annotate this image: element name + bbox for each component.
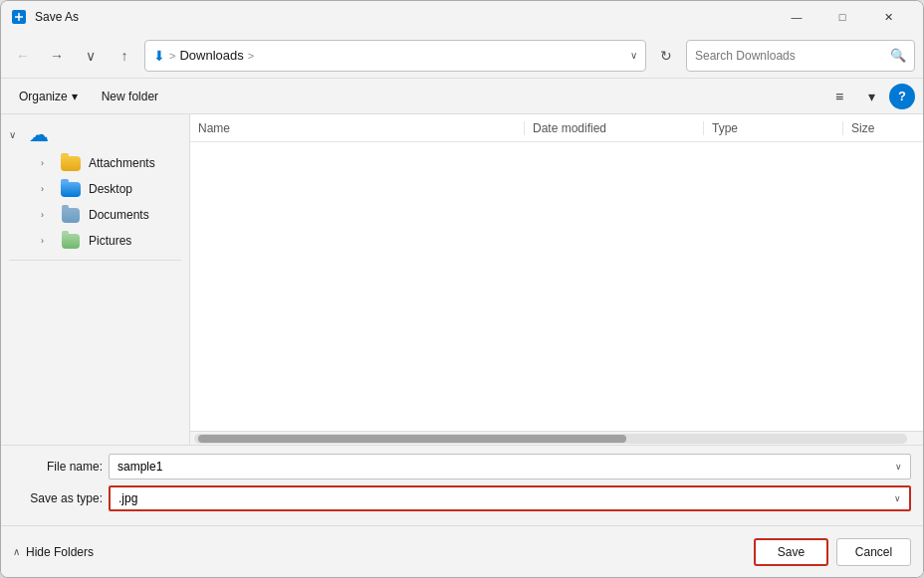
- refresh-button[interactable]: ↻: [652, 42, 680, 70]
- command-bar: Organize ▾ New folder ≡ ▾ ?: [1, 79, 923, 114]
- command-bar-right: ≡ ▾ ?: [825, 84, 915, 109]
- column-name[interactable]: Name: [190, 121, 525, 135]
- search-box[interactable]: 🔍: [686, 40, 915, 72]
- save-button[interactable]: Save: [754, 538, 828, 566]
- view-icon: ≡: [835, 89, 843, 104]
- file-name-dropdown-arrow: ∨: [895, 462, 902, 472]
- close-button[interactable]: ✕: [865, 1, 911, 33]
- title-bar: Save As — □ ✕: [1, 1, 923, 33]
- save-as-dialog: Save As — □ ✕ ← → ∨ ↑ ⬇ > Downloads > ∨ …: [0, 0, 924, 578]
- file-list-body[interactable]: [190, 142, 923, 431]
- h-scroll-thumb: [198, 435, 626, 443]
- organize-label: Organize: [19, 90, 68, 103]
- file-name-input[interactable]: sample1 ∨: [109, 454, 911, 480]
- dialog-title: Save As: [35, 10, 79, 24]
- dropdown-button[interactable]: ∨: [77, 42, 105, 70]
- hide-folders-label: Hide Folders: [26, 545, 94, 559]
- organize-button[interactable]: Organize ▾: [9, 84, 88, 109]
- column-type[interactable]: Type: [704, 121, 843, 135]
- save-as-type-dropdown-arrow: ∨: [894, 493, 901, 503]
- maximize-button[interactable]: □: [819, 1, 865, 33]
- search-input[interactable]: [695, 49, 884, 63]
- dialog-icon: [11, 9, 27, 25]
- minimize-button[interactable]: —: [774, 1, 819, 33]
- sidebar-item-pictures[interactable]: › Pictures: [5, 228, 185, 254]
- hide-folders-toggle[interactable]: ∧ Hide Folders: [13, 545, 94, 559]
- addr-sep-1: >: [169, 50, 175, 62]
- view-caret-button[interactable]: ▾: [857, 84, 885, 109]
- sidebar-label-documents: Documents: [89, 208, 149, 222]
- file-name-value: sample1: [117, 460, 162, 474]
- cancel-button[interactable]: Cancel: [836, 538, 911, 566]
- save-as-type-row: Save as type: .jpg ∨: [13, 485, 911, 511]
- addr-sep-2: >: [248, 50, 254, 62]
- main-content: ∨ ☁ › Attachments › Desktop ›: [1, 114, 923, 445]
- address-toolbar: ← → ∨ ↑ ⬇ > Downloads > ∨ ↻ 🔍: [1, 33, 923, 79]
- sidebar-item-attachments[interactable]: › Attachments: [5, 150, 185, 176]
- cloud-icon: ☁: [29, 122, 49, 146]
- save-as-type-value: .jpg: [118, 491, 137, 505]
- chevron-icon: ›: [41, 158, 53, 168]
- file-list-header: Name Date modified Type Size: [190, 114, 923, 142]
- up-button[interactable]: ↑: [111, 42, 138, 70]
- column-size[interactable]: Size: [843, 121, 923, 135]
- organize-caret: ▾: [72, 90, 78, 103]
- sidebar-label-desktop: Desktop: [89, 182, 132, 196]
- addr-expand-icon: ∨: [630, 50, 637, 61]
- pictures-folder-icon: [61, 233, 81, 249]
- chevron-icon: ›: [41, 210, 53, 220]
- current-folder: Downloads: [179, 48, 243, 63]
- new-folder-button[interactable]: New folder: [92, 84, 168, 109]
- bottom-area: File name: sample1 ∨ Save as type: .jpg …: [1, 445, 923, 525]
- chevron-icon: ›: [41, 236, 53, 246]
- help-button[interactable]: ?: [889, 84, 915, 109]
- view-caret-icon: ▾: [868, 89, 875, 104]
- window-controls: — □ ✕: [774, 1, 911, 33]
- column-date[interactable]: Date modified: [525, 121, 704, 135]
- attachments-folder-icon: [61, 155, 81, 171]
- sidebar-divider: [9, 260, 181, 261]
- desktop-folder-icon: [61, 181, 81, 197]
- back-button[interactable]: ←: [9, 42, 37, 70]
- save-as-type-label: Save as type:: [13, 491, 103, 505]
- file-name-label: File name:: [13, 460, 103, 474]
- title-bar-left: Save As: [11, 9, 79, 25]
- search-icon: 🔍: [890, 48, 906, 63]
- save-as-type-dropdown[interactable]: .jpg ∨: [109, 485, 911, 511]
- sidebar-label-pictures: Pictures: [89, 234, 131, 248]
- hide-folders-arrow-icon: ∧: [13, 546, 20, 557]
- action-bar: ∧ Hide Folders Save Cancel: [1, 525, 923, 577]
- horizontal-scrollbar[interactable]: [190, 431, 923, 445]
- sidebar-item-documents[interactable]: › Documents: [5, 202, 185, 228]
- download-folder-icon: ⬇: [153, 48, 165, 64]
- forward-button[interactable]: →: [43, 42, 71, 70]
- chevron-icon: ›: [41, 184, 53, 194]
- h-scroll-track: [194, 434, 907, 444]
- file-list-panel: Name Date modified Type Size: [190, 114, 923, 445]
- sidebar-expand-icon: ∨: [9, 129, 25, 140]
- action-buttons: Save Cancel: [754, 538, 911, 566]
- sidebar-item-desktop[interactable]: › Desktop: [5, 176, 185, 202]
- file-name-row: File name: sample1 ∨: [13, 454, 911, 480]
- sidebar: ∨ ☁ › Attachments › Desktop ›: [1, 114, 190, 445]
- sidebar-header[interactable]: ∨ ☁: [1, 118, 189, 150]
- sidebar-label-attachments: Attachments: [89, 156, 155, 170]
- empty-file-area: [190, 142, 923, 431]
- address-bar[interactable]: ⬇ > Downloads > ∨: [144, 40, 646, 72]
- view-button[interactable]: ≡: [825, 84, 853, 109]
- documents-folder-icon: [61, 207, 81, 223]
- new-folder-label: New folder: [102, 90, 158, 103]
